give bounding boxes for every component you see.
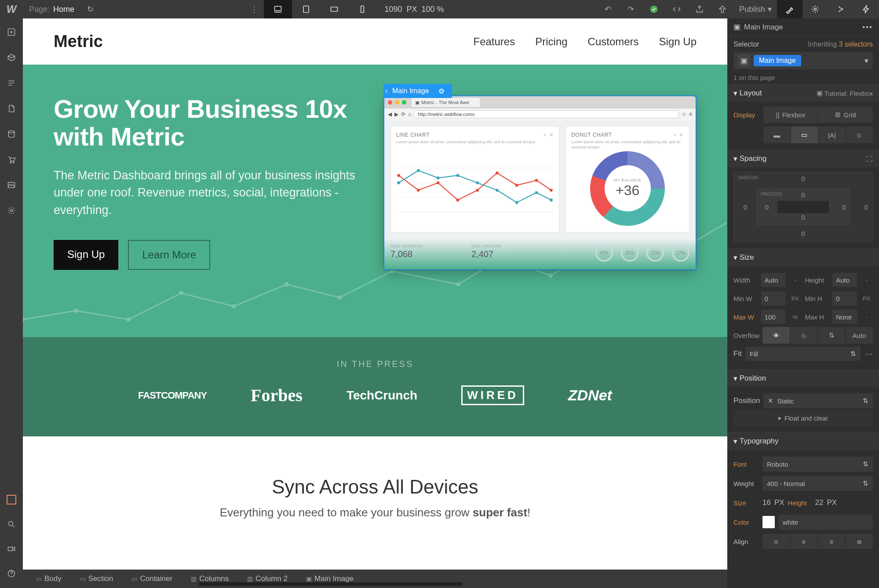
cms-icon[interactable] — [0, 124, 23, 144]
panel-more-icon[interactable]: ••• — [862, 23, 873, 32]
redo-icon[interactable]: ↷ — [620, 0, 642, 18]
align-center-icon[interactable]: ≡ — [790, 534, 818, 549]
color-input[interactable]: white — [778, 515, 873, 530]
crumb-container[interactable]: ▭Container — [121, 572, 180, 585]
symbols-icon[interactable] — [0, 47, 23, 68]
crumb-section[interactable]: ▭Section — [69, 572, 121, 585]
energy-tab-icon[interactable] — [853, 0, 879, 18]
help-icon[interactable] — [0, 563, 23, 584]
width-unit[interactable]: - — [789, 277, 801, 283]
inheriting-info[interactable]: Inheriting 3 selectors — [808, 40, 873, 48]
selector-chip[interactable]: Main Image — [754, 55, 801, 66]
hero-title[interactable]: Grow Your Business 10x with Metric — [54, 95, 361, 150]
chevron-left-icon[interactable]: ‹ — [385, 87, 387, 95]
height-unit[interactable]: - — [861, 277, 873, 283]
padding-bottom[interactable]: 0 — [801, 214, 805, 221]
section-typography-header[interactable]: ▾ Typography — [727, 432, 879, 450]
nav-link-features[interactable]: Features — [474, 36, 515, 48]
device-tablet-landscape-icon[interactable] — [320, 0, 348, 18]
refresh-icon[interactable]: ↻ — [80, 0, 100, 18]
press-logo-wired[interactable]: WIRED — [461, 385, 524, 405]
canvas-size-readout[interactable]: 1090 PX 100 % — [376, 5, 452, 14]
margin-right[interactable]: 0 — [864, 203, 868, 211]
margin-left[interactable]: 0 — [744, 203, 747, 211]
press-logo-fastcompany[interactable]: FASTCOMPANY — [138, 390, 207, 401]
padding-right[interactable]: 0 — [842, 203, 846, 211]
status-ok-icon[interactable] — [642, 0, 665, 18]
align-right-icon[interactable]: ≡ — [818, 534, 846, 549]
device-tablet-icon[interactable] — [292, 0, 320, 18]
more-icon[interactable]: ⋮ — [244, 0, 264, 18]
align-left-icon[interactable]: ≡ — [762, 534, 790, 549]
minw-input[interactable]: 0 — [761, 291, 786, 305]
export-icon[interactable] — [688, 0, 711, 18]
audit-icon[interactable] — [0, 490, 23, 510]
style-tab-icon[interactable] — [777, 0, 802, 18]
publish-button[interactable]: Publish ▾ — [734, 4, 777, 14]
spacing-editor[interactable]: MARGIN 0 0 0 0 PADDING 0 0 0 0 — [733, 172, 873, 242]
share-icon[interactable] — [711, 0, 734, 18]
nav-link-pricing[interactable]: Pricing — [535, 36, 567, 48]
assets-icon[interactable] — [0, 175, 23, 195]
page-selector[interactable]: Page: Home — [23, 5, 80, 14]
undo-icon[interactable]: ↶ — [597, 0, 620, 18]
fit-select[interactable]: Fill⇅ — [745, 347, 861, 361]
display-inline-block-icon[interactable]: ▭ — [791, 127, 819, 143]
align-justify-icon[interactable]: ≣ — [846, 534, 873, 549]
device-desktop-icon[interactable] — [264, 0, 292, 18]
hero-signup-button[interactable]: Sign Up — [54, 240, 118, 270]
font-select[interactable]: Roboto⇅ — [762, 457, 873, 472]
display-block-icon[interactable]: ▬ — [763, 127, 791, 143]
settings-tab-icon[interactable] — [802, 0, 828, 18]
section-spacing-header[interactable]: ▾ Spacing⛶ — [727, 150, 879, 167]
breadcrumb-scrollbar[interactable] — [199, 582, 463, 586]
selection-label[interactable]: ‹ Main Image ⚙ — [383, 84, 452, 98]
color-swatch[interactable] — [762, 516, 775, 528]
padding-top[interactable]: 0 — [801, 191, 805, 199]
fit-more-icon[interactable]: ⋯ — [864, 349, 873, 359]
press-logo-zdnet[interactable]: ZDNet — [568, 387, 612, 404]
site-brand[interactable]: Metric — [54, 32, 103, 51]
device-mobile-icon[interactable] — [348, 0, 376, 18]
overflow-auto[interactable]: Auto — [846, 327, 873, 344]
crumb-body[interactable]: ▭Body — [26, 572, 69, 585]
hero-learnmore-button[interactable]: Learn More — [128, 240, 210, 270]
margin-bottom[interactable]: 0 — [801, 230, 805, 237]
selected-element-frame[interactable]: ‹ Main Image ⚙ ▣Metric - The Most Awe ◀▶… — [383, 95, 697, 270]
hero-subtitle[interactable]: The Metric Dashboard brings all of your … — [54, 167, 361, 218]
nav-link-signup[interactable]: Sign Up — [659, 36, 697, 48]
maxh-unit[interactable]: - — [861, 314, 873, 320]
press-logo-forbes[interactable]: Forbes — [251, 385, 303, 406]
section-layout-header[interactable]: ▾ Layout ▣ Tutorial: Flexbox — [727, 84, 879, 102]
nav-link-customers[interactable]: Customers — [588, 36, 639, 48]
code-icon[interactable] — [665, 0, 688, 18]
minw-unit[interactable]: PX — [789, 295, 801, 302]
height-input[interactable]: Auto — [832, 273, 857, 287]
minh-unit[interactable]: PX — [861, 295, 873, 302]
settings-icon[interactable] — [0, 200, 23, 221]
pages-icon[interactable] — [0, 98, 23, 119]
interactions-tab-icon[interactable] — [828, 0, 853, 18]
sync-subtitle[interactable]: Everything you need to make your busines… — [40, 506, 710, 519]
maxw-input[interactable]: 100 — [761, 310, 786, 324]
add-element-icon[interactable] — [0, 22, 23, 42]
gear-icon[interactable]: ⚙ — [435, 86, 448, 96]
weight-select[interactable]: 400 - Normal⇅ — [762, 476, 873, 491]
margin-top[interactable]: 0 — [801, 175, 805, 182]
press-heading[interactable]: IN THE PRESS — [23, 359, 727, 369]
width-input[interactable]: Auto — [761, 273, 786, 287]
press-logo-techcrunch[interactable]: TechCrunch — [346, 388, 417, 403]
fontsize-input[interactable]: 16 — [762, 498, 771, 507]
maxh-input[interactable]: None — [832, 310, 857, 324]
selector-input[interactable]: ▣ Main Image ▾ — [733, 52, 873, 69]
display-inline-icon[interactable]: |A| — [818, 127, 846, 143]
display-none-icon[interactable]: ⦸ — [846, 127, 873, 143]
ecommerce-icon[interactable] — [0, 149, 23, 170]
design-canvas[interactable]: Metric Features Pricing Customers Sign U… — [23, 18, 727, 570]
fontsize-unit[interactable]: PX — [774, 498, 784, 507]
sync-title[interactable]: Sync Across All Devices — [40, 476, 710, 498]
navigator-icon[interactable] — [0, 73, 23, 93]
float-clear-toggle[interactable]: ▸Float and clear — [733, 410, 873, 426]
minh-input[interactable]: 0 — [832, 291, 857, 305]
tutorial-link[interactable]: ▣ Tutorial: Flexbox — [817, 89, 873, 97]
